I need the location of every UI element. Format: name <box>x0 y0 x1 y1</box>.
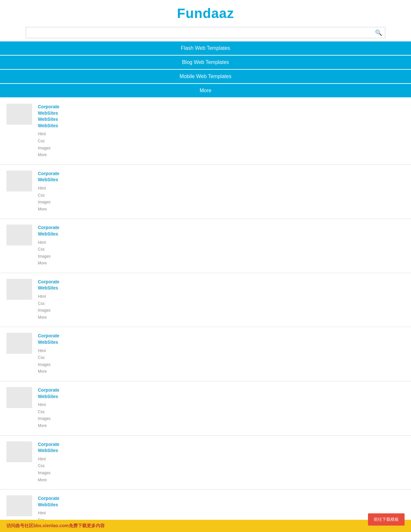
search-input[interactable] <box>26 27 385 38</box>
template-info: Corporate WebSitesHtmlCssImagesMore <box>38 225 405 267</box>
template-meta-item[interactable]: Images <box>38 253 405 260</box>
template-title[interactable]: Corporate WebSites <box>38 171 405 183</box>
template-meta-item[interactable]: Images <box>38 307 405 314</box>
template-meta-item[interactable]: More <box>38 152 405 159</box>
template-item: Corporate WebSitesHtmlCssImagesMore <box>0 327 411 381</box>
nav-more[interactable]: More <box>0 84 411 98</box>
template-thumbnail <box>6 279 32 300</box>
template-meta-item[interactable]: Html <box>38 239 405 246</box>
template-meta-item[interactable]: More <box>38 477 405 484</box>
template-meta-item[interactable]: Images <box>38 470 405 477</box>
template-meta: HtmlCssImagesMore <box>38 293 405 321</box>
template-list: Corporate WebSites WebSites WebSitesHtml… <box>0 98 411 532</box>
template-meta-item[interactable]: Css <box>38 300 405 307</box>
template-info: Corporate WebSitesHtmlCssImagesMore <box>38 441 405 484</box>
template-meta-item[interactable]: Css <box>38 192 405 199</box>
template-meta: HtmlCssImagesMore <box>38 402 405 429</box>
template-item: Corporate WebSitesHtmlCssImagesMore <box>0 273 411 327</box>
nav-blog[interactable]: Blog Web Templates <box>0 56 411 70</box>
template-item: Corporate WebSitesHtmlCssImagesMore <box>0 381 411 436</box>
template-meta-item[interactable]: Html <box>38 402 405 409</box>
template-meta-item[interactable]: Css <box>38 354 405 361</box>
template-title[interactable]: Corporate WebSites <box>38 333 405 345</box>
template-info: Corporate WebSitesHtmlCssImagesMore <box>38 333 405 375</box>
template-meta-item[interactable]: Html <box>38 456 405 463</box>
template-title[interactable]: Corporate WebSites <box>38 495 405 508</box>
template-info: Corporate WebSites WebSites WebSitesHtml… <box>38 104 405 159</box>
template-meta-item[interactable]: More <box>38 368 405 375</box>
template-info: Corporate WebSitesHtmlCssImagesMore <box>38 171 405 213</box>
template-title[interactable]: Corporate WebSites WebSites WebSites <box>38 104 405 129</box>
template-title[interactable]: Corporate WebSites <box>38 387 405 400</box>
template-meta-item[interactable]: Html <box>38 131 405 138</box>
template-meta-item[interactable]: Css <box>38 409 405 416</box>
template-meta-item[interactable]: More <box>38 260 405 267</box>
search-input-wrap: 🔍 <box>26 27 385 38</box>
template-meta-item[interactable]: Html <box>38 185 405 192</box>
template-thumbnail <box>6 225 32 245</box>
template-title[interactable]: Corporate WebSites <box>38 225 405 237</box>
template-meta-item[interactable]: Html <box>38 348 405 355</box>
template-thumbnail <box>6 441 32 462</box>
header: Fundaaz <box>0 0 411 25</box>
template-meta-item[interactable]: Images <box>38 199 405 206</box>
template-item: Corporate WebSitesHtmlCssImagesMore <box>0 436 411 490</box>
template-meta-item[interactable]: Html <box>38 510 405 517</box>
template-item: Corporate WebSitesHtmlCssImagesMore <box>0 219 411 273</box>
template-info: Corporate WebSitesHtmlCssImagesMore <box>38 387 405 430</box>
template-meta-item[interactable]: Images <box>38 361 405 368</box>
site-logo[interactable]: Fundaaz <box>0 6 411 21</box>
template-info: Corporate WebSitesHtmlCssImagesMore <box>38 279 405 321</box>
template-thumbnail <box>6 495 32 516</box>
template-meta-item[interactable]: Images <box>38 415 405 422</box>
template-meta-item[interactable]: Html <box>38 293 405 300</box>
template-meta-item[interactable]: More <box>38 206 405 213</box>
promo-text: 访问曲号社区bbs.xienlao.com免费下载更多内容 <box>6 523 105 529</box>
template-thumbnail <box>6 333 32 354</box>
template-meta: HtmlCssImagesMore <box>38 456 405 483</box>
nav-flash[interactable]: Flash Web Templates <box>0 41 411 56</box>
template-meta-item[interactable]: More <box>38 314 405 321</box>
template-meta: HtmlCssImagesMore <box>38 185 405 213</box>
template-item: Corporate WebSitesHtmlCssImagesMore <box>0 165 411 219</box>
template-meta-item[interactable]: Css <box>38 246 405 253</box>
template-meta-item[interactable]: Images <box>38 145 405 152</box>
main-nav: Flash Web Templates Blog Web Templates M… <box>0 41 411 98</box>
template-meta-item[interactable]: More <box>38 422 405 430</box>
template-thumbnail <box>6 387 32 408</box>
template-item: Corporate WebSites WebSites WebSitesHtml… <box>0 98 411 165</box>
nav-mobile[interactable]: Mobile Web Templates <box>0 70 411 84</box>
search-bar: 🔍 <box>0 25 411 41</box>
download-button[interactable]: 前往下载模板 <box>368 513 405 526</box>
template-meta-item[interactable]: Css <box>38 463 405 470</box>
template-meta: HtmlCssImagesMore <box>38 348 405 375</box>
template-title[interactable]: Corporate WebSites <box>38 279 405 291</box>
template-thumbnail <box>6 104 32 125</box>
template-meta-item[interactable]: Css <box>38 138 405 145</box>
template-title[interactable]: Corporate WebSites <box>38 441 405 454</box>
template-meta: HtmlCssImagesMore <box>38 131 405 158</box>
template-thumbnail <box>6 171 32 191</box>
promo-banner: 访问曲号社区bbs.xienlao.com免费下载更多内容 <box>0 520 411 532</box>
template-meta: HtmlCssImagesMore <box>38 239 405 267</box>
search-icon: 🔍 <box>375 29 382 36</box>
